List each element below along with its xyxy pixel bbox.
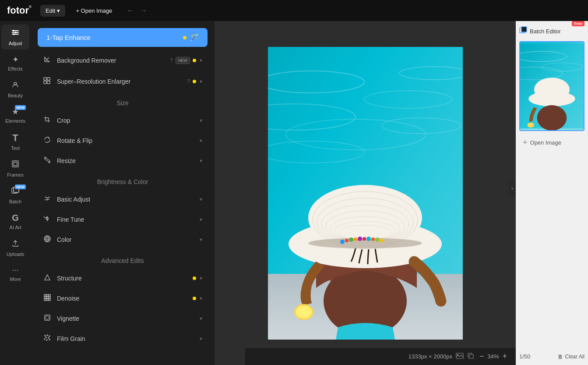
main-layout: Adjust ✦ Effects Beauty NEW ★ Elements T… [0,0,588,365]
svg-point-30 [49,336,50,337]
sidebar-item-beauty[interactable]: Beauty [1,77,29,102]
svg-point-29 [47,335,48,336]
svg-rect-12 [44,78,46,80]
resize-item[interactable]: Resize ▾ [34,151,211,170]
rotate-icon [43,136,52,145]
rotate-flip-item[interactable]: Rotate & Flip ▾ [34,131,211,150]
right-spacer [519,154,584,344]
sidebar-item-uploads[interactable]: Uploads [1,235,29,260]
svg-point-58 [340,240,345,244]
svg-point-67 [380,239,384,242]
beauty-label: Beauty [8,93,23,98]
nav-arrows: ← → [124,4,149,17]
svg-point-65 [371,237,375,241]
denoise-item[interactable]: Denoise ▾ [34,289,211,308]
super-resolution-icon [43,77,52,86]
uploads-label: Uploads [7,252,24,257]
zoom-in-button[interactable]: + [502,352,507,361]
film-grain-item[interactable]: Film Grain ▾ [34,329,211,348]
denoise-icon [43,294,52,303]
crop-item[interactable]: Crop ▾ [34,111,211,130]
chevron-down-icon-3: ▾ [200,117,202,124]
tap-enhance-label: 1-Tap Enhance [46,34,91,41]
sidebar-item-more[interactable]: ··· More [1,262,29,285]
color-icon [43,235,52,244]
open-image-button[interactable]: + Open Image [70,5,117,17]
structure-item[interactable]: Structure ▾ [34,269,211,288]
image-thumbnail[interactable] [519,41,584,131]
free-badge: Free [572,21,584,26]
thumbnail-image [520,42,584,130]
svg-rect-20 [44,297,46,298]
fine-tune-label: Fine Tune [57,216,200,223]
plus-icon: + [523,138,528,147]
batch-new-badge: NEW [15,184,26,189]
app-logo: fotor® [7,5,32,16]
svg-rect-24 [46,299,48,301]
open-image-label: + Open Image [76,7,112,14]
canvas-image [268,47,463,340]
svg-point-35 [49,339,50,340]
sidebar-item-text[interactable]: T Text [1,129,29,154]
undo-button[interactable]: ← [124,4,136,17]
svg-point-31 [46,337,46,338]
sidebar-item-ai-art[interactable]: G AI Art [1,209,29,234]
vignette-icon [43,314,52,323]
svg-rect-17 [44,294,46,296]
sidebar-item-adjust[interactable]: Adjust [1,25,29,50]
svg-rect-14 [44,81,46,84]
help-icon-2: ? [187,78,190,85]
svg-point-66 [375,237,380,242]
super-resolution-item[interactable]: Super–Resolution Enlarger ? ▾ [34,71,211,92]
collapse-panel-button[interactable]: ‹ [215,184,216,202]
beauty-icon [11,80,20,91]
svg-point-62 [358,237,362,241]
sidebar-item-batch[interactable]: NEW Batch [1,183,29,208]
edit-button[interactable]: Edit ▾ [40,5,65,17]
vignette-item[interactable]: Vignette ▾ [34,309,211,328]
svg-point-81 [537,105,567,130]
right-collapse-button[interactable]: › [509,180,516,197]
svg-rect-23 [44,299,46,301]
svg-rect-2 [12,34,19,35]
vignette-label: Vignette [57,315,200,322]
trash-icon: 🗑 [558,354,563,360]
tap-enhance-button[interactable]: 1-Tap Enhance 🪄 [38,28,208,47]
svg-rect-22 [49,297,50,298]
redo-button[interactable]: → [137,4,149,17]
chevron-down-icon-9: ▾ [200,275,202,281]
text-icon: T [12,132,18,144]
uploads-icon [11,239,20,250]
svg-point-4 [15,32,17,33]
batch-editor-header: Free Batch Editor [519,25,584,38]
effects-label: Effects [8,66,22,71]
structure-dot [193,276,196,280]
background-remover-item[interactable]: Background Remover ? NEW ▾ [34,50,211,71]
zoom-out-button[interactable]: − [479,352,484,361]
canvas-area: ‹ [215,21,516,365]
wand-icon: 🪄 [190,33,199,42]
open-image-label: Open Image [530,139,562,146]
chevron-down-icon-11: ▾ [200,315,202,322]
copy-icon [467,352,474,361]
color-item[interactable]: Color ▾ [34,230,211,249]
clear-all-label: Clear All [565,354,584,360]
frames-label: Frames [7,172,23,177]
resize-icon [43,156,52,165]
svg-point-3 [13,30,14,32]
image-icon [456,353,464,360]
crop-label: Crop [57,117,200,124]
add-open-image-button[interactable]: + Open Image [519,135,584,151]
basic-adjust-item[interactable]: Basic Adjust ▾ [34,190,211,209]
sidebar-item-elements[interactable]: NEW ★ Elements [1,103,29,127]
sidebar-item-frames[interactable]: Frames [1,156,29,181]
svg-rect-13 [47,78,50,80]
fine-tune-item[interactable]: Fine Tune ▾ [34,210,211,229]
bottom-bar: 1333px × 2000px − 34% + [245,347,516,365]
clear-all-button[interactable]: 🗑 Clear All [558,354,584,360]
effects-icon: ✦ [12,55,19,64]
chevron-down-icon: ▾ [200,57,202,64]
sidebar-item-effects[interactable]: ✦ Effects [1,51,29,75]
advanced-section-header: Advanced Edits [31,250,215,268]
rotate-flip-label: Rotate & Flip [57,137,200,144]
